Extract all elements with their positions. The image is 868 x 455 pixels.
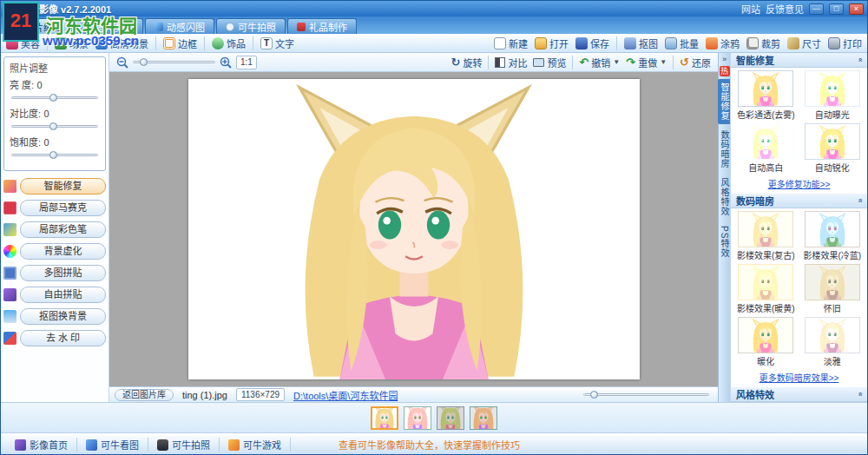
collapse-panel-icon[interactable]: » — [722, 55, 727, 63]
saturation-slider-thumb[interactable] — [49, 151, 57, 159]
tab-flash-gif[interactable]: 动感闪图 — [145, 18, 214, 34]
file-path-link[interactable]: D:\tools\桌面\河东软件园 — [293, 388, 398, 402]
effect-auto-sharpen[interactable]: 自动锐化 — [799, 123, 866, 174]
resize-button[interactable]: 尺寸 — [787, 36, 821, 50]
frame-button[interactable]: 边框 — [163, 36, 197, 50]
filmstrip-thumbnail-4[interactable] — [470, 406, 497, 430]
effect-studio-retro[interactable]: 影楼效果(复古) — [733, 211, 799, 261]
decoration-button[interactable]: 饰品 — [212, 36, 246, 50]
contrast-slider[interactable] — [11, 125, 98, 128]
rotate-button[interactable]: ↻旋转 — [451, 56, 483, 69]
effect-auto-whiten[interactable]: 自动高白 — [733, 123, 799, 174]
side-tab-ps-effects[interactable]: PS特效 — [718, 222, 731, 261]
effect-thumbnail — [738, 264, 793, 300]
filmstrip-slider[interactable] — [583, 393, 709, 396]
brightness-slider[interactable] — [11, 96, 98, 99]
side-tab-darkroom[interactable]: 数码暗房 — [718, 127, 731, 172]
batch-button[interactable]: 批量 — [665, 36, 699, 50]
multi-collage-button[interactable]: 多图拼贴 — [20, 265, 106, 281]
side-tab-smart-repair[interactable]: 智能修复 — [718, 79, 731, 124]
tab-camera[interactable]: 可牛拍照 — [216, 18, 286, 34]
zoom-ratio-button[interactable]: 1:1 — [236, 56, 257, 69]
effect-thumbnail — [738, 317, 793, 353]
section-header-style-effects: 风格特效 » — [731, 387, 867, 402]
remove-watermark-button[interactable]: 去 水 印 — [20, 330, 106, 346]
local-mosaic-button[interactable]: 局部马赛克 — [20, 200, 106, 216]
website-link[interactable]: 网站 — [741, 2, 760, 16]
text-button[interactable]: T文字 — [260, 36, 294, 50]
background-blur-button[interactable]: 背景虚化 — [20, 243, 106, 260]
effect-elegant[interactable]: 淡雅 — [799, 317, 866, 367]
print-button[interactable]: 打印 — [828, 36, 862, 50]
side-tab-style-effects[interactable]: 风格特效 — [718, 175, 731, 220]
help-tip-text[interactable]: 查看可牛影像帮助大全，快速掌握制作技巧 — [339, 438, 520, 452]
effect-clear-haze[interactable]: 色彩通透(去雾) — [733, 70, 799, 121]
effect-studio-warmyellow[interactable]: 影楼效果(暖黄) — [733, 264, 799, 314]
scene-label: 场景 — [69, 36, 89, 50]
preview-label: 预览 — [547, 56, 566, 69]
filmstrip-thumbnail-2[interactable] — [404, 406, 431, 430]
redo-button[interactable]: ↷重做▼ — [626, 56, 667, 69]
effect-label: 自动曝光 — [799, 108, 866, 121]
viewer-link[interactable]: 可牛看图 — [77, 438, 148, 452]
brightness-slider-thumb[interactable] — [49, 94, 57, 102]
zoom-out-icon[interactable] — [116, 56, 128, 69]
cutout-button[interactable]: 抠图 — [624, 36, 658, 50]
filmstrip-thumbnail-1[interactable] — [371, 406, 398, 430]
effect-label: 自动高白 — [733, 161, 799, 174]
tab-gift-maker-label: 礼品制作 — [309, 20, 347, 34]
tab-photo-beauty[interactable]: 图片美容 — [74, 18, 143, 34]
cutout-change-bg-button[interactable]: 抠图换背景 — [20, 308, 106, 325]
frame-icon — [163, 37, 175, 49]
smart-repair-button[interactable]: 智能修复 — [20, 178, 106, 195]
effect-nostalgia[interactable]: 怀旧 — [799, 264, 866, 314]
zoom-slider-thumb[interactable] — [140, 58, 148, 66]
compare-label: 对比 — [508, 56, 527, 69]
preview-button[interactable]: 预览 — [533, 56, 566, 69]
canvas[interactable] — [109, 72, 718, 386]
chevron-up-icon[interactable]: » — [855, 57, 864, 62]
separator — [488, 56, 489, 69]
redo-dropdown-icon[interactable]: ▼ — [660, 58, 667, 66]
filmstrip-slider-thumb[interactable] — [590, 391, 598, 399]
bottom-bar: 影像首页 可牛看图 可牛拍照 可牛游戏 查看可牛影像帮助大全，快速掌握制作技巧 — [1, 432, 867, 455]
chevron-up-icon[interactable]: » — [855, 392, 864, 396]
undo-button[interactable]: ↶撤销▼ — [579, 56, 620, 69]
more-darkroom-link[interactable]: 更多数码暗房效果>> — [731, 371, 867, 384]
filmstrip-thumbnail-3[interactable] — [437, 406, 464, 430]
beauty-button[interactable]: 美容 — [6, 36, 40, 50]
restore-button[interactable]: ↺还原 — [680, 56, 711, 69]
maximize-button[interactable]: □ — [829, 3, 844, 15]
effect-auto-exposure[interactable]: 自动曝光 — [799, 70, 866, 121]
status-bar: 返回图片库 ting (1).jpg 1136×729 D:\tools\桌面\… — [109, 386, 718, 402]
feedback-link[interactable]: 反馈意见 — [766, 2, 804, 16]
contrast-slider-thumb[interactable] — [49, 122, 57, 130]
effect-warm[interactable]: 暖化 — [733, 317, 799, 367]
crop-button[interactable]: 裁剪 — [746, 36, 780, 50]
more-repair-link[interactable]: 更多修复功能>> — [731, 177, 867, 190]
effect-studio-coolblue[interactable]: 影楼效果(冷蓝) — [799, 211, 866, 261]
compare-button[interactable]: 对比 — [495, 56, 527, 69]
games-link[interactable]: 可牛游戏 — [220, 438, 291, 452]
scene-button[interactable]: 场景 — [55, 36, 89, 50]
minimize-button[interactable]: — — [809, 3, 824, 15]
hd-scene-button[interactable]: 高清场景 — [95, 36, 148, 50]
back-to-library-button[interactable]: 返回图片库 — [115, 389, 174, 401]
local-color-pen-button[interactable]: 局部彩色笔 — [20, 221, 106, 238]
undo-dropdown-icon[interactable]: ▼ — [613, 58, 620, 66]
effect-label: 影楼效果(暖黄) — [733, 301, 799, 314]
open-button[interactable]: 打开 — [535, 36, 569, 50]
zoom-slider[interactable] — [133, 61, 215, 63]
new-button[interactable]: 新建 — [494, 36, 528, 50]
chevron-up-icon[interactable]: » — [855, 198, 864, 202]
saturation-slider[interactable] — [11, 154, 98, 156]
camera-app-link[interactable]: 可牛拍照 — [148, 438, 220, 452]
home-link[interactable]: 影像首页 — [6, 438, 77, 452]
doodle-button[interactable]: 涂鸦 — [706, 36, 740, 50]
close-button[interactable]: × — [849, 3, 864, 15]
save-button[interactable]: 保存 — [575, 36, 609, 50]
zoom-in-icon[interactable] — [220, 56, 232, 69]
tab-photo-edit[interactable]: 图片编辑 — [3, 18, 72, 34]
tab-gift-maker[interactable]: 礼品制作 — [287, 18, 357, 34]
free-collage-button[interactable]: 自由拼贴 — [20, 287, 106, 303]
